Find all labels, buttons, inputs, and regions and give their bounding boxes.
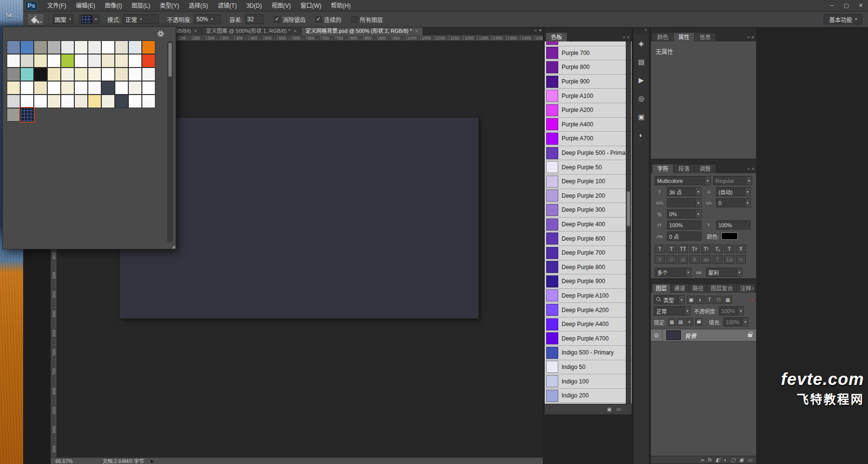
pattern-swatch[interactable] xyxy=(142,68,155,81)
menu-item[interactable]: 视图(V) xyxy=(267,0,296,11)
pattern-swatch[interactable] xyxy=(61,41,74,54)
pattern-swatch[interactable] xyxy=(88,68,101,81)
zoom-level-field[interactable]: 66.67% xyxy=(55,458,73,464)
panel-tab[interactable]: 属性 xyxy=(674,33,694,41)
new-layer-icon[interactable]: ▣ xyxy=(739,457,744,463)
discretionary-ligatures-button[interactable]: st xyxy=(678,255,688,264)
pattern-swatch[interactable] xyxy=(115,41,128,54)
pattern-swatch[interactable] xyxy=(7,41,20,54)
tolerance-input[interactable]: 32 xyxy=(245,14,263,24)
maximize-button[interactable]: ▢ xyxy=(839,0,854,11)
blend-mode-dropdown[interactable]: 正常▾ xyxy=(654,306,690,315)
swatch-row[interactable]: Purple A700 xyxy=(545,132,632,146)
panel-collapse-icon[interactable]: » xyxy=(747,166,750,171)
pattern-swatch[interactable] xyxy=(88,41,101,54)
pattern-swatch[interactable] xyxy=(115,82,128,94)
pattern-swatch[interactable] xyxy=(21,82,33,94)
pattern-swatch[interactable] xyxy=(129,41,141,54)
filter-pixel-layers-icon[interactable]: ▣ xyxy=(687,296,695,304)
swatch-row[interactable]: Deep Purple A200 xyxy=(545,303,632,317)
swatch-row[interactable]: Purple A100 xyxy=(545,89,632,103)
pattern-swatch[interactable] xyxy=(21,68,33,81)
pattern-swatch[interactable] xyxy=(115,95,128,108)
layer-thumbnail[interactable] xyxy=(666,330,681,340)
styles-panel-icon[interactable]: ◎ xyxy=(634,89,649,108)
pattern-swatch[interactable] xyxy=(115,55,128,67)
tsume-dropdown[interactable]: 0%▾ xyxy=(667,209,702,218)
swatches-scrollbar[interactable] xyxy=(626,41,631,404)
swatch-row[interactable]: Purple 700 xyxy=(545,46,632,61)
delete-swatch-icon[interactable]: ▭ xyxy=(617,407,621,412)
gear-icon[interactable] xyxy=(157,30,164,39)
pattern-swatch[interactable] xyxy=(61,55,74,67)
options-checkbox[interactable]: 所有图层 xyxy=(351,15,383,24)
layer-name[interactable]: 背景 xyxy=(685,331,748,340)
panel-tab[interactable]: 颜色 xyxy=(652,33,673,41)
panel-tab[interactable]: 路径 xyxy=(689,284,707,293)
menu-item[interactable]: 选择(S) xyxy=(184,0,213,11)
faux-bold-button[interactable]: T xyxy=(655,245,665,253)
ordinals-button[interactable]: 1st xyxy=(724,255,734,264)
document-tab[interactable]: 定义网格背景.psd @ 500% (形状 2, RGB/8) * × xyxy=(302,27,423,35)
history-panel-icon[interactable]: ◈ xyxy=(634,34,649,53)
contextual-alternates-button[interactable]: ơ xyxy=(666,255,676,264)
panel-tab[interactable]: 图层 xyxy=(652,284,670,293)
link-layers-icon[interactable]: ∞ xyxy=(701,457,704,463)
status-expand-icon[interactable]: ▶ xyxy=(151,459,154,464)
menu-item[interactable]: 3D(D) xyxy=(242,0,267,11)
pattern-swatch[interactable] xyxy=(21,95,33,108)
swatch-row[interactable]: Deep Purple 800 xyxy=(545,260,632,275)
swatch-row[interactable]: Indigo 500 - Primary xyxy=(545,346,632,360)
menu-item[interactable]: 编辑(E) xyxy=(71,0,100,11)
pattern-swatch[interactable] xyxy=(102,82,114,94)
filter-smart-objects-icon[interactable]: ▦ xyxy=(724,296,732,304)
swash-button[interactable]: A xyxy=(689,255,700,264)
filter-type-layers-icon[interactable]: T xyxy=(705,296,714,304)
brush-presets-panel-icon[interactable]: ▤ xyxy=(634,53,649,71)
pattern-swatch[interactable] xyxy=(21,41,33,54)
swatch-row[interactable]: Purple 800 xyxy=(545,60,632,75)
kerning-dropdown[interactable]: ▾ xyxy=(667,198,702,207)
filter-shape-layers-icon[interactable]: □ xyxy=(715,296,723,304)
pattern-swatch[interactable] xyxy=(48,55,60,67)
faux-italic-button[interactable]: T xyxy=(666,245,676,253)
font-family-dropdown[interactable]: Multicolore▾ xyxy=(655,176,711,185)
pattern-swatch[interactable] xyxy=(129,55,141,67)
tab-overflow-icon[interactable]: » xyxy=(534,28,537,33)
scrollbar-thumb[interactable] xyxy=(627,191,630,226)
pattern-swatch[interactable] xyxy=(88,55,101,67)
pattern-swatch[interactable] xyxy=(7,68,20,81)
pattern-swatch[interactable] xyxy=(48,41,60,54)
workspace-switcher-button[interactable]: 基本功能 ▾ xyxy=(824,14,862,25)
new-swatch-icon[interactable]: ▣ xyxy=(607,407,611,412)
expand-panels-icon[interactable]: « xyxy=(634,27,649,34)
pattern-swatch[interactable] xyxy=(48,95,60,108)
layer-filter-dropdown[interactable]: 类型 ▾ xyxy=(654,295,685,304)
baseline-shift-field[interactable]: 0 点 xyxy=(667,232,702,241)
pattern-swatch[interactable] xyxy=(61,95,74,108)
swatch-row[interactable]: Deep Purple A400 xyxy=(545,317,632,332)
desktop-icon-label[interactable]: 54… xyxy=(0,13,23,18)
pattern-swatch[interactable] xyxy=(34,68,47,81)
pattern-swatch[interactable] xyxy=(75,41,87,54)
timeline-panel-icon[interactable]: ◐ xyxy=(634,126,649,144)
pattern-swatch[interactable] xyxy=(102,55,114,67)
antialias-dropdown[interactable]: 犀利▾ xyxy=(706,268,743,277)
horizontal-scale-field[interactable]: 100% xyxy=(716,220,751,230)
pattern-swatch[interactable] xyxy=(75,68,87,81)
leading-dropdown[interactable]: (自动)▾ xyxy=(716,187,751,196)
pattern-swatch[interactable] xyxy=(102,41,114,54)
pattern-swatch[interactable] xyxy=(21,55,33,67)
swatch-row[interactable]: Purple A200 xyxy=(545,103,632,118)
pattern-swatch[interactable] xyxy=(102,68,114,81)
layer-opacity-dropdown[interactable]: 100%▾ xyxy=(719,306,744,315)
swatch-row[interactable]: Deep Purple 900 xyxy=(545,274,632,289)
stylistic-alternates-button[interactable]: aa xyxy=(701,255,711,264)
adjustment-layer-icon[interactable]: ◐ xyxy=(724,457,727,463)
swatch-row[interactable]: Deep Purple A100 xyxy=(545,289,632,303)
menu-item[interactable]: 图层(L) xyxy=(127,0,155,11)
panel-collapse-icon[interactable]: » xyxy=(623,35,625,40)
pattern-swatch[interactable] xyxy=(88,95,101,108)
panel-menu-icon[interactable]: ≡ xyxy=(752,35,754,40)
pattern-swatch[interactable] xyxy=(7,55,20,67)
